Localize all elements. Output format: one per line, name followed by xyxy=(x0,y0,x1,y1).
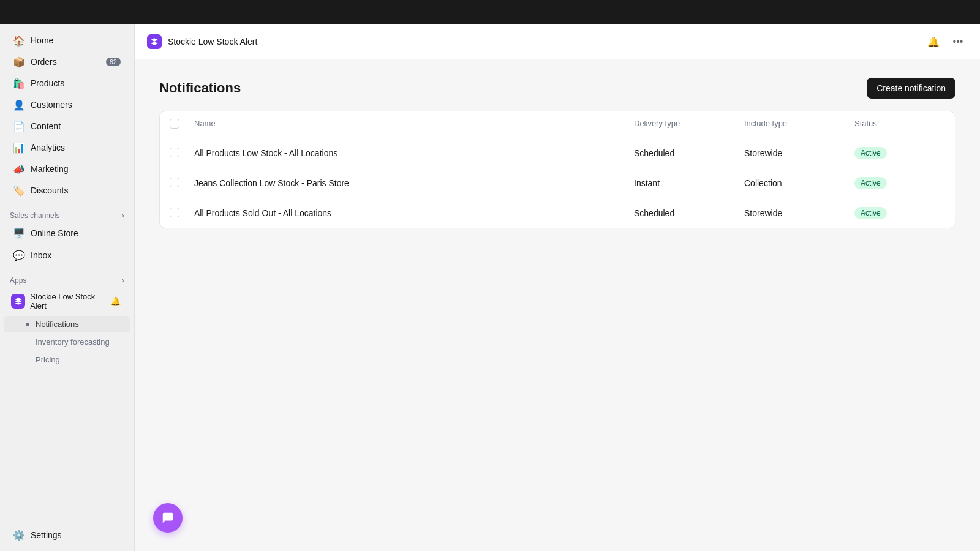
row1-include-type: Storewide xyxy=(734,140,845,167)
table-header-status: Status xyxy=(845,111,955,138)
table-header-name: Name xyxy=(184,111,624,138)
row3-delivery-type: Scheduled xyxy=(624,200,734,227)
row3-status-badge: Active xyxy=(854,207,887,219)
sidebar-item-inbox-label: Inbox xyxy=(31,250,51,260)
header-title: Stockie Low Stock Alert xyxy=(168,37,257,47)
row1-checkbox-cell xyxy=(160,139,184,168)
row3-checkbox-cell xyxy=(160,199,184,228)
row3-status-cell: Active xyxy=(845,198,955,228)
row2-include-type: Collection xyxy=(734,170,845,197)
online-store-icon: 🖥️ xyxy=(13,228,24,239)
sidebar-item-discounts[interactable]: 🏷️ Discounts xyxy=(4,180,130,201)
row1-status-cell: Active xyxy=(845,138,955,168)
customers-icon: 👤 xyxy=(13,99,24,110)
sales-channels-section: Sales channels › xyxy=(0,206,134,222)
inbox-icon: 💬 xyxy=(13,250,24,261)
sidebar-item-home[interactable]: 🏠 Home xyxy=(4,30,130,51)
sidebar-sub-item-pricing[interactable]: Pricing xyxy=(4,351,130,368)
create-notification-button[interactable]: Create notification xyxy=(867,78,956,99)
sidebar-item-products-label: Products xyxy=(31,78,64,88)
sidebar-item-settings[interactable]: ⚙️ Settings xyxy=(4,525,130,545)
notifications-dot xyxy=(26,323,29,326)
sidebar-item-marketing-label: Marketing xyxy=(31,164,68,174)
sidebar-item-customers[interactable]: 👤 Customers xyxy=(4,94,130,115)
sidebar: 🏠 Home 📦 Orders 62 🛍️ Products 👤 Custome… xyxy=(0,24,135,551)
row2-name[interactable]: Jeans Collection Low Stock - Paris Store xyxy=(184,170,624,197)
content-icon: 📄 xyxy=(13,121,24,132)
sidebar-item-settings-label: Settings xyxy=(31,530,62,540)
sidebar-sub-item-inventory-label: Inventory forecasting xyxy=(36,337,110,347)
sidebar-item-marketing[interactable]: 📣 Marketing xyxy=(4,159,130,179)
content-body: Notifications Create notification Name D… xyxy=(135,59,980,551)
row1-delivery-type: Scheduled xyxy=(624,140,734,167)
row2-checkbox-cell xyxy=(160,169,184,198)
table-header-delivery-type: Delivery type xyxy=(624,111,734,138)
sidebar-item-home-label: Home xyxy=(31,36,53,45)
inventory-dot xyxy=(26,340,29,344)
row1-name[interactable]: All Products Low Stock - All Locations xyxy=(184,140,624,167)
row2-status-badge: Active xyxy=(854,177,887,189)
sidebar-item-online-store-label: Online Store xyxy=(31,228,78,238)
table-header: Name Delivery type Include type Status xyxy=(160,111,955,138)
sidebar-sub-item-inventory-forecasting[interactable]: Inventory forecasting xyxy=(4,334,130,350)
sidebar-item-online-store[interactable]: 🖥️ Online Store xyxy=(4,223,130,244)
row1-status-badge: Active xyxy=(854,147,887,159)
home-icon: 🏠 xyxy=(13,35,24,46)
sidebar-item-products[interactable]: 🛍️ Products xyxy=(4,73,130,94)
row3-checkbox[interactable] xyxy=(170,208,179,217)
select-all-checkbox[interactable] xyxy=(170,119,179,129)
sidebar-sub-item-notifications[interactable]: Notifications xyxy=(4,316,130,332)
content-header: Stockie Low Stock Alert 🔔 ••• xyxy=(135,24,980,59)
table-row: Jeans Collection Low Stock - Paris Store… xyxy=(160,168,955,198)
apps-chevron[interactable]: › xyxy=(122,276,124,285)
pricing-dot xyxy=(26,358,29,362)
apps-section: Apps › xyxy=(0,271,134,287)
row3-include-type: Storewide xyxy=(734,200,845,227)
more-options-button[interactable]: ••• xyxy=(948,32,968,51)
sidebar-item-content[interactable]: 📄 Content xyxy=(4,116,130,137)
sidebar-sub-item-pricing-label: Pricing xyxy=(36,355,60,364)
app-main-item[interactable]: Stockie Low Stock Alert 🔔 xyxy=(4,288,130,315)
row2-checkbox[interactable] xyxy=(170,178,179,187)
main-content: Stockie Low Stock Alert 🔔 ••• Notificati… xyxy=(135,24,980,551)
sidebar-item-customers-label: Customers xyxy=(31,100,72,110)
bell-header-button[interactable]: 🔔 xyxy=(924,32,943,51)
notifications-table: Name Delivery type Include type Status A… xyxy=(159,111,956,228)
orders-icon: 📦 xyxy=(13,56,24,67)
table-row: All Products Low Stock - All Locations S… xyxy=(160,138,955,168)
table-header-include-type: Include type xyxy=(734,111,845,138)
orders-badge: 62 xyxy=(106,58,121,66)
sidebar-item-inbox[interactable]: 💬 Inbox xyxy=(4,245,130,266)
sidebar-item-discounts-label: Discounts xyxy=(31,186,68,195)
row2-status-cell: Active xyxy=(845,168,955,198)
page-header: Notifications Create notification xyxy=(159,78,956,99)
top-bar xyxy=(0,0,980,24)
bell-icon: 🔔 xyxy=(110,296,121,306)
sidebar-item-analytics-label: Analytics xyxy=(31,143,65,152)
header-app-icon xyxy=(147,34,162,49)
app-name-label: Stockie Low Stock Alert xyxy=(30,292,110,310)
sales-channels-chevron[interactable]: › xyxy=(122,211,124,220)
stockie-app-icon xyxy=(11,294,25,309)
sidebar-item-content-label: Content xyxy=(31,121,61,131)
row2-delivery-type: Instant xyxy=(624,170,734,197)
row1-checkbox[interactable] xyxy=(170,148,179,157)
row3-name[interactable]: All Products Sold Out - All Locations xyxy=(184,200,624,227)
sidebar-item-orders-label: Orders xyxy=(31,57,57,67)
sidebar-item-orders[interactable]: 📦 Orders 62 xyxy=(4,51,130,72)
chat-bubble-button[interactable] xyxy=(153,503,183,533)
products-icon: 🛍️ xyxy=(13,78,24,89)
page-title: Notifications xyxy=(159,80,241,96)
sidebar-item-analytics[interactable]: 📊 Analytics xyxy=(4,137,130,158)
table-row: All Products Sold Out - All Locations Sc… xyxy=(160,198,955,228)
marketing-icon: 📣 xyxy=(13,163,24,174)
table-header-checkbox-cell xyxy=(160,111,184,138)
discounts-icon: 🏷️ xyxy=(13,185,24,196)
sidebar-sub-item-notifications-label: Notifications xyxy=(36,320,79,329)
settings-icon: ⚙️ xyxy=(13,530,24,541)
analytics-icon: 📊 xyxy=(13,142,24,153)
